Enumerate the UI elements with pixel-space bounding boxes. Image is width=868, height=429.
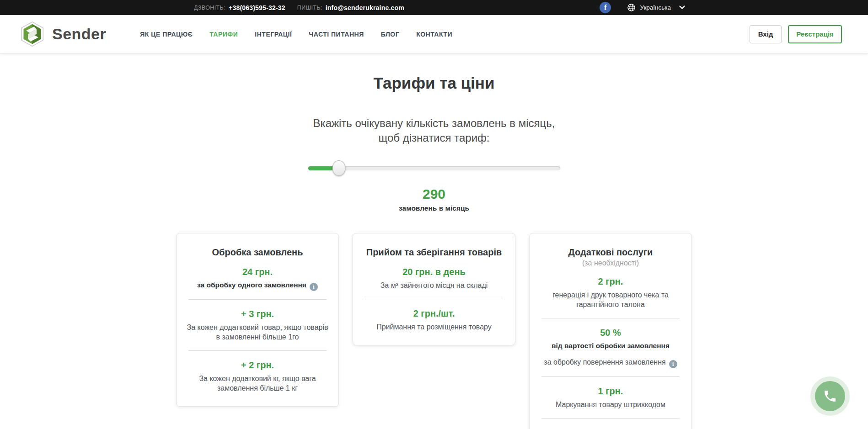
site-header: Sender ЯК ЦЕ ПРАЦЮЄТАРИФИІНТЕГРАЦІЇЧАСТІ… (0, 15, 868, 53)
card-divider (365, 299, 503, 299)
slider-question-line2: щоб дізнатися тариф: (0, 131, 868, 145)
price-description: За м³ зайнятого місця на складі (361, 281, 507, 291)
brand-logo[interactable]: Sender (19, 21, 106, 47)
card-divider (188, 350, 327, 351)
auth-buttons: Вхід Реєстрація (750, 25, 842, 43)
sender-logo-icon (19, 21, 45, 47)
price-value: 2 грн. (538, 276, 683, 287)
info-icon[interactable]: i (310, 283, 318, 291)
price-value: 20 грн. в день (361, 267, 507, 277)
card-divider (188, 299, 327, 300)
write-label: ПИШІТЬ: (297, 5, 322, 11)
price-description: За кожен додатковий товар, якщо товарів … (185, 323, 330, 342)
price-value: 1 грн. (538, 386, 683, 397)
globe-icon (627, 4, 635, 11)
slider-thumb[interactable] (332, 160, 346, 176)
card-divider (541, 318, 680, 318)
phone-icon (823, 389, 837, 403)
language-selector[interactable]: Українська (640, 4, 671, 11)
info-icon[interactable]: i (669, 360, 677, 368)
pricing-card-1: Обробка замовлень24 грн.за обробку одног… (176, 233, 339, 406)
facebook-icon[interactable]: f (600, 2, 611, 13)
nav-item-tariffs[interactable]: ТАРИФИ (209, 31, 238, 38)
brand-name: Sender (52, 25, 106, 43)
pricing-card-2: Прийом та зберігання товарів20 грн. в де… (353, 233, 515, 345)
card-title: Прийом та зберігання товарів (361, 247, 507, 258)
nav-item-blog[interactable]: БЛОГ (381, 31, 399, 38)
price-value: + 2 грн. (185, 360, 330, 371)
phone-number[interactable]: +38(063)595-32-32 (229, 4, 285, 11)
price-value: 50 % (538, 328, 683, 338)
register-button[interactable]: Реєстрація (788, 25, 842, 43)
pricing-card-3: Додаткові послуги(за необхідності)2 грн.… (529, 233, 692, 429)
nav-item-contacts[interactable]: КОНТАКТИ (416, 31, 452, 38)
top-bar: ДЗВОНІТЬ: +38(063)595-32-32 ПИШІТЬ: info… (0, 0, 868, 15)
main-nav: ЯК ЦЕ ПРАЦЮЄТАРИФИІНТЕГРАЦІЇЧАСТІ ПИТАНН… (140, 31, 469, 38)
card-subtitle: (за необхідності) (538, 259, 683, 267)
login-button[interactable]: Вхід (750, 25, 782, 43)
slider-track[interactable] (308, 166, 560, 170)
slider-question: Вкажіть очікувану кількість замовлень в … (0, 116, 868, 145)
price-description: Маркування товару штрихкодом (538, 400, 683, 410)
chevron-down-icon[interactable] (679, 5, 685, 10)
price-description: Приймання та розміщення товару (361, 323, 507, 332)
card-divider (541, 376, 680, 377)
price-description: За кожен додатковий кг, якщо вага замовл… (185, 374, 330, 393)
orders-count: 290 (0, 186, 868, 202)
card-divider (541, 418, 680, 418)
page-title: Тарифи та ціни (0, 74, 868, 92)
price-bold-label: від вартості обробки замовлення (538, 341, 683, 350)
price-description: за обробку повернення замовленняi (538, 358, 683, 368)
orders-count-label: замовлень в місяць (0, 204, 868, 212)
price-value: 2 грн./шт. (361, 308, 507, 319)
nav-item-how-it-works[interactable]: ЯК ЦЕ ПРАЦЮЄ (140, 31, 193, 38)
email-link[interactable]: info@senderukraine.com (326, 4, 404, 11)
topbar-right: f Українська (600, 0, 685, 15)
card-title: Додаткові послуги (538, 247, 683, 258)
card-title: Обробка замовлень (185, 247, 330, 258)
pricing-cards: Обробка замовлень24 грн.за обробку одног… (0, 233, 868, 429)
topbar-contacts: ДЗВОНІТЬ: +38(063)595-32-32 ПИШІТЬ: info… (194, 0, 404, 15)
price-bold-label: за обробку одного замовленняi (185, 281, 330, 291)
price-value: + 3 грн. (185, 309, 330, 319)
price-value: 24 грн. (185, 267, 330, 277)
slider-question-line1: Вкажіть очікувану кількість замовлень в … (0, 116, 868, 131)
call-label: ДЗВОНІТЬ: (194, 5, 225, 11)
price-description: генерація і друк товарного чека та гаран… (538, 291, 683, 310)
nav-item-faq[interactable]: ЧАСТІ ПИТАННЯ (309, 31, 364, 38)
orders-slider (308, 160, 560, 176)
nav-item-integrations[interactable]: ІНТЕГРАЦІЇ (255, 31, 292, 38)
call-fab-inner (815, 381, 845, 411)
call-fab-button[interactable] (810, 376, 850, 416)
